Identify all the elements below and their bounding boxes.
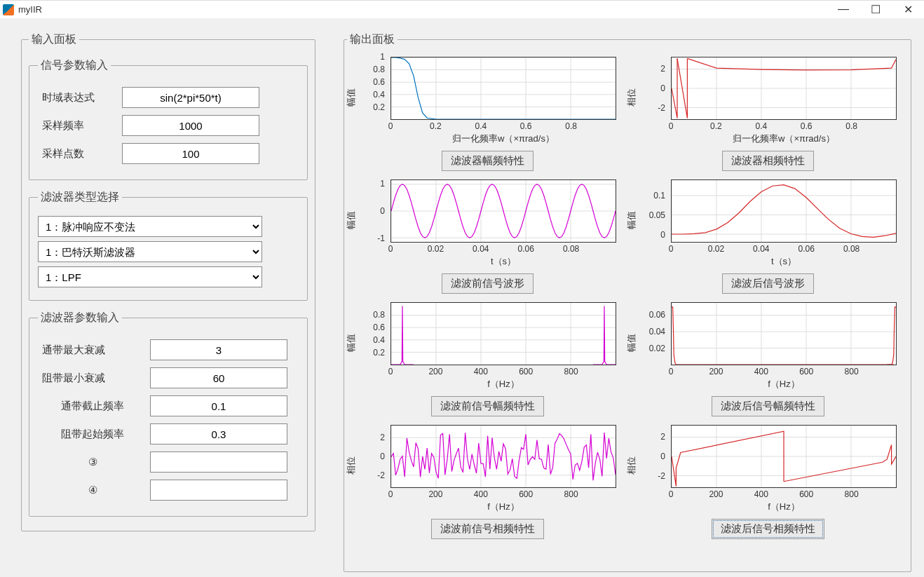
input-panel-title: 输入面板: [29, 32, 79, 47]
plot-button-p1[interactable]: 滤波器幅频特性: [442, 151, 534, 171]
fs-label: 采样频率: [38, 119, 122, 133]
plot-button-p4[interactable]: 滤波后信号波形: [722, 273, 814, 294]
plot-cell-p3: 幅值-10100.020.040.060.08t（s）滤波前信号波形: [347, 174, 627, 294]
window-title: myIIR: [18, 4, 42, 15]
xlabel: f（Hz）: [390, 378, 616, 391]
filter-dropdown[interactable]: 1：巴特沃斯滤波器: [38, 241, 262, 262]
yticks: 0.20.40.60.81: [354, 57, 388, 120]
xlabel: f（Hz）: [390, 501, 616, 513]
filter-type-title: 滤波器类型选择: [38, 190, 122, 205]
xticks: 0200400600800: [390, 489, 616, 499]
plot-button-p3[interactable]: 滤波前信号波形: [442, 273, 534, 294]
n-row: 采样点数: [38, 143, 299, 164]
plot-area: [390, 302, 616, 365]
p1-input[interactable]: [150, 339, 287, 360]
xlabel: t（s）: [671, 255, 897, 268]
plot-button-p6[interactable]: 滤波后信号幅频特性: [712, 396, 824, 416]
p4-input[interactable]: [150, 423, 287, 444]
p6-label: ④: [38, 484, 143, 496]
p4-label: 阻带起始频率: [38, 428, 143, 441]
signal-params-group: 信号参数输入 时域表达式 采样频率 采样点数: [29, 58, 308, 180]
axes-p2: 相位-20200.20.40.60.8归一化频率w（×πrad/s）: [634, 51, 901, 149]
axes-p5: 幅值0.20.40.60.80200400600800f（Hz）: [354, 297, 620, 395]
p2-input[interactable]: [150, 367, 287, 388]
plot-cell-p4: 幅值00.050.100.020.040.060.08t（s）滤波后信号波形: [627, 174, 908, 294]
filter-type-group: 滤波器类型选择 1：脉冲响应不变法 1：巴特沃斯滤波器 1：LPF: [29, 190, 308, 301]
plot-cell-p8: 相位-2020200400600800f（Hz）滤波后信号相频特性: [627, 419, 908, 539]
output-panel-group: 输出面板 幅值0.20.40.60.8100.20.40.60.8归一化频率w（…: [344, 32, 911, 572]
yticks: -202: [634, 425, 668, 488]
window-controls: — ☐ ✕: [827, 0, 924, 18]
plot-button-p2[interactable]: 滤波器相频特性: [722, 151, 814, 171]
expr-input[interactable]: [122, 87, 259, 108]
input-panel: 输入面板 信号参数输入 时域表达式 采样频率 采样点数: [21, 32, 315, 577]
xticks: 0200400600800: [390, 367, 616, 376]
maximize-button[interactable]: ☐: [860, 0, 892, 18]
plot-cell-p2: 相位-20200.20.40.60.8归一化频率w（×πrad/s）滤波器相频特…: [627, 51, 908, 171]
p5-input[interactable]: [150, 452, 287, 473]
xlabel: 归一化频率w（×πrad/s）: [390, 133, 616, 145]
xlabel: 归一化频率w（×πrad/s）: [671, 133, 897, 145]
xticks: 0200400600800: [671, 489, 897, 499]
fs-input[interactable]: [122, 115, 259, 136]
n-input[interactable]: [122, 143, 259, 164]
yticks: 0.20.40.60.8: [354, 302, 388, 365]
passtype-dropdown[interactable]: 1：LPF: [38, 266, 262, 287]
yticks: -101: [354, 179, 388, 243]
axes-p3: 幅值-10100.020.040.060.08t（s）: [354, 174, 620, 272]
axes-p7: 相位-2020200400600800f（Hz）: [354, 419, 620, 517]
xticks: 00.20.40.60.8: [390, 121, 616, 131]
plots-grid: 幅值0.20.40.60.8100.20.40.60.8归一化频率w（×πrad…: [347, 51, 908, 539]
plot-cell-p1: 幅值0.20.40.60.8100.20.40.60.8归一化频率w（×πrad…: [347, 51, 627, 171]
plot-cell-p7: 相位-2020200400600800f（Hz）滤波前信号相频特性: [347, 419, 627, 539]
yticks: 00.050.1: [634, 179, 668, 243]
plot-area: [390, 179, 616, 243]
method-dropdown[interactable]: 1：脉冲响应不变法: [38, 216, 262, 237]
plot-area: [671, 179, 897, 243]
filter-params-title: 滤波器参数输入: [38, 311, 122, 325]
signal-params-title: 信号参数输入: [38, 58, 111, 73]
p2-label: 阻带最小衰减: [38, 372, 143, 385]
xticks: 00.20.40.60.8: [671, 121, 897, 131]
plot-button-p7[interactable]: 滤波前信号相频特性: [431, 519, 544, 539]
xlabel: f（Hz）: [671, 378, 897, 391]
app-body: 输入面板 信号参数输入 时域表达式 采样频率 采样点数: [0, 18, 924, 577]
plot-button-p5[interactable]: 滤波前信号幅频特性: [431, 396, 544, 416]
output-panel-title: 输出面板: [347, 32, 398, 47]
axes-p1: 幅值0.20.40.60.8100.20.40.60.8归一化频率w（×πrad…: [354, 51, 620, 149]
plot-cell-p5: 幅值0.20.40.60.80200400600800f（Hz）滤波前信号幅频特…: [347, 297, 627, 416]
xlabel: t（s）: [390, 255, 616, 268]
p3-label: 通带截止频率: [38, 400, 143, 413]
plot-cell-p6: 幅值0.020.040.060200400600800f（Hz）滤波后信号幅频特…: [627, 297, 908, 416]
plot-area: [671, 425, 897, 488]
app-window: myIIR — ☐ ✕ 输入面板 信号参数输入 时域表达式 采样频率: [0, 0, 924, 577]
filter-params-group: 滤波器参数输入 通带最大衰减 阻带最小衰减 通带截止频率 阻带起始频率 ③ ④: [29, 311, 308, 517]
close-button[interactable]: ✕: [892, 0, 924, 18]
axes-p6: 幅值0.020.040.060200400600800f（Hz）: [634, 297, 901, 395]
fs-row: 采样频率: [38, 115, 299, 136]
expr-row: 时域表达式: [38, 87, 299, 108]
plot-area: [671, 57, 897, 120]
yticks: 0.020.040.06: [634, 302, 668, 365]
p6-input[interactable]: [150, 480, 287, 501]
expr-label: 时域表达式: [38, 91, 122, 104]
xlabel: f（Hz）: [671, 501, 897, 513]
axes-p8: 相位-2020200400600800f（Hz）: [634, 419, 901, 517]
axes-p4: 幅值00.050.100.020.040.060.08t（s）: [634, 174, 901, 272]
yticks: -202: [634, 57, 668, 120]
plot-button-p8[interactable]: 滤波后信号相频特性: [712, 519, 824, 539]
minimize-button[interactable]: —: [827, 0, 860, 18]
n-label: 采样点数: [38, 147, 122, 161]
plot-area: [390, 57, 616, 120]
p5-label: ③: [38, 456, 143, 468]
input-panel-group: 输入面板 信号参数输入 时域表达式 采样频率 采样点数: [21, 32, 315, 531]
xticks: 00.020.040.060.08: [390, 244, 616, 254]
p3-input[interactable]: [150, 395, 287, 416]
titlebar: myIIR — ☐ ✕: [0, 0, 924, 18]
yticks: -202: [354, 425, 388, 488]
p1-label: 通带最大衰减: [38, 344, 143, 357]
xticks: 0200400600800: [671, 367, 897, 376]
matlab-icon: [3, 4, 14, 15]
plot-area: [390, 425, 616, 488]
output-panel: 输出面板 幅值0.20.40.60.8100.20.40.60.8归一化频率w（…: [344, 32, 911, 577]
